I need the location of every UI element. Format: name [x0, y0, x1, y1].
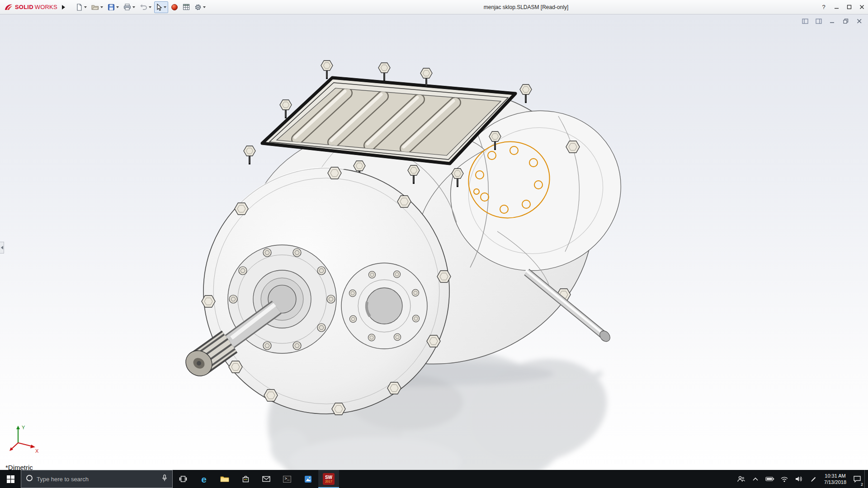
pane-left-icon	[802, 19, 808, 24]
edge-browser-button[interactable]: e	[193, 470, 214, 488]
undo-arrow-icon	[140, 4, 147, 10]
menu-flyout-arrow[interactable]	[60, 2, 67, 12]
terminal-icon: >_	[283, 476, 292, 483]
minimize-icon	[834, 5, 839, 9]
table-grid-icon	[183, 4, 190, 10]
taskbar-clock[interactable]: 10:31 AM 7/13/2018	[821, 470, 850, 488]
featuremanager-collapse-tab[interactable]	[0, 242, 4, 253]
start-button[interactable]	[0, 470, 21, 488]
maximize-icon	[847, 5, 852, 9]
document-title: menjac sklop.SLDASM [Read-only]	[484, 4, 568, 10]
print-icon	[123, 4, 131, 10]
graphics-area[interactable]: Y X *Dimetric	[0, 14, 868, 470]
y-axis-arrow-icon	[16, 426, 20, 429]
edit-appearance-button[interactable]	[169, 1, 180, 13]
speaker-icon	[795, 476, 803, 482]
action-center-button[interactable]: 2	[850, 470, 864, 488]
solidworks-taskbar-button[interactable]: SW 2017	[318, 470, 339, 488]
battery-button[interactable]	[763, 470, 777, 488]
x-axis-arrow-icon	[30, 445, 35, 448]
task-view-button[interactable]	[173, 470, 193, 488]
wifi-icon	[780, 476, 788, 482]
battery-icon	[765, 476, 774, 482]
volume-button[interactable]	[792, 470, 806, 488]
doc-minimize-icon	[830, 19, 835, 24]
doc-close-button[interactable]	[855, 17, 863, 25]
people-button[interactable]	[734, 470, 748, 488]
doc-minimize-button[interactable]	[828, 17, 836, 25]
brand-text-solid: SOLID	[15, 4, 33, 10]
store-button[interactable]	[235, 470, 256, 488]
gearbox-assembly-model[interactable]	[0, 14, 868, 470]
solidworks-logo: SOLIDWORKS	[0, 3, 60, 11]
design-table-button[interactable]	[181, 1, 192, 13]
flyout-triangle-icon	[62, 5, 65, 9]
clock-date: 7/13/2018	[824, 479, 846, 485]
select-button[interactable]	[154, 1, 168, 13]
photos-icon	[304, 475, 312, 483]
help-button[interactable]: ?	[817, 0, 830, 14]
print-button[interactable]	[122, 1, 137, 13]
network-button[interactable]	[777, 470, 792, 488]
pane-right-icon	[816, 19, 822, 24]
windows-ink-button[interactable]	[806, 470, 821, 488]
minimize-button[interactable]	[830, 0, 843, 14]
action-center-icon	[853, 475, 861, 483]
tray-overflow-button[interactable]	[748, 470, 763, 488]
appearance-sphere-icon	[171, 4, 178, 11]
document-window-controls	[801, 17, 863, 25]
dropdown-caret-icon	[116, 6, 119, 8]
mail-envelope-icon	[262, 476, 270, 482]
dropdown-caret-icon	[203, 6, 206, 8]
file-explorer-icon	[220, 475, 229, 483]
show-desktop-button[interactable]	[864, 470, 868, 488]
taskbar-search[interactable]	[21, 470, 173, 488]
task-view-icon	[179, 475, 187, 483]
dropdown-caret-icon	[164, 6, 166, 8]
view-orientation-label: *Dimetric	[5, 464, 33, 470]
options-button[interactable]	[193, 1, 208, 13]
dropdown-caret-icon	[132, 6, 135, 8]
doc-pane-right-button[interactable]	[815, 17, 823, 25]
save-button[interactable]	[106, 1, 121, 13]
pen-icon	[810, 476, 817, 483]
microphone-icon[interactable]	[161, 474, 168, 483]
x-axis-label: X	[35, 448, 39, 454]
dropdown-caret-icon	[84, 6, 87, 8]
clock-time: 10:31 AM	[825, 473, 845, 479]
windows-logo-icon	[7, 475, 14, 483]
search-input[interactable]	[37, 476, 158, 483]
ds-logo-icon	[4, 3, 14, 11]
quick-access-toolbar	[74, 1, 208, 13]
dropdown-caret-icon	[149, 6, 151, 8]
mail-button[interactable]	[256, 470, 277, 488]
open-button[interactable]	[90, 1, 105, 13]
collapse-arrow-icon	[1, 246, 3, 249]
maximize-button[interactable]	[843, 0, 855, 14]
close-icon	[859, 5, 864, 9]
chevron-up-icon	[752, 477, 759, 481]
file-explorer-button[interactable]	[214, 470, 235, 488]
doc-pane-left-button[interactable]	[801, 17, 809, 25]
y-axis-label: Y	[22, 425, 25, 430]
cortana-icon	[26, 474, 33, 483]
photos-button[interactable]	[297, 470, 318, 488]
close-button[interactable]	[855, 0, 868, 14]
doc-restore-button[interactable]	[842, 17, 850, 25]
secondary-hub[interactable]	[341, 263, 427, 349]
new-document-icon	[75, 4, 83, 11]
taskbar-spacer	[339, 470, 734, 488]
open-folder-icon	[91, 4, 99, 10]
solidworks-window: SOLIDWORKS	[0, 0, 868, 488]
notification-badge: 2	[861, 482, 863, 487]
new-document-button[interactable]	[74, 1, 89, 13]
edge-icon: e	[201, 474, 207, 484]
undo-button[interactable]	[138, 1, 153, 13]
save-floppy-icon	[108, 4, 115, 11]
people-icon	[737, 475, 745, 483]
gear-icon	[194, 4, 202, 11]
orientation-triad: Y X	[9, 423, 42, 456]
terminal-button[interactable]: >_	[277, 470, 297, 488]
solidworks-icon: SW 2017	[323, 473, 335, 485]
window-controls: ?	[817, 0, 868, 14]
